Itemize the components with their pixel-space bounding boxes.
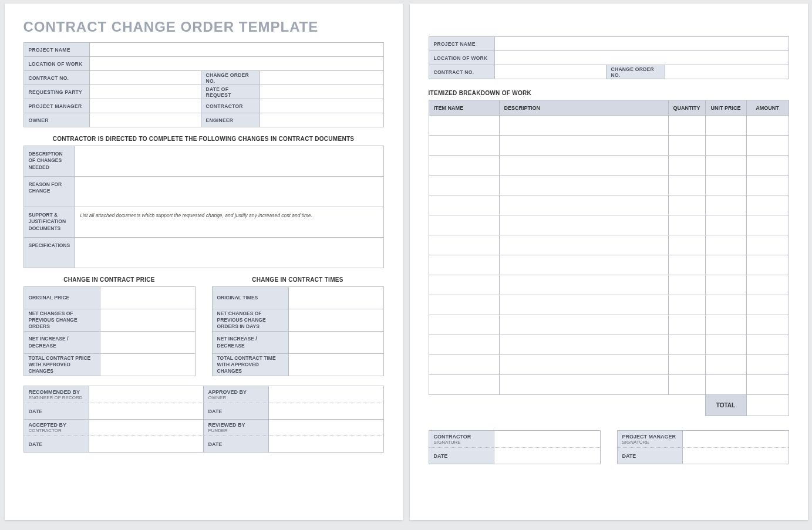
net-increase-time-field[interactable] [288, 332, 383, 354]
item-cell[interactable] [705, 295, 746, 315]
location-of-work-field[interactable] [89, 57, 383, 71]
item-cell[interactable] [499, 375, 668, 395]
item-cell[interactable] [746, 315, 789, 335]
item-cell[interactable] [499, 295, 668, 315]
item-cell[interactable] [746, 375, 789, 395]
item-cell[interactable] [499, 116, 668, 136]
item-cell[interactable] [746, 335, 789, 355]
recommended-by-date-field[interactable] [89, 403, 203, 419]
specifications-field[interactable] [75, 238, 383, 268]
item-cell[interactable] [499, 215, 668, 235]
item-cell[interactable] [746, 235, 789, 255]
item-cell[interactable] [746, 116, 789, 136]
location-of-work-field[interactable] [494, 51, 789, 65]
item-cell[interactable] [499, 136, 668, 156]
item-cell[interactable] [705, 315, 746, 335]
change-order-no-field[interactable] [260, 71, 383, 85]
project-name-field[interactable] [494, 37, 789, 51]
item-cell[interactable] [705, 255, 746, 275]
item-cell[interactable] [499, 235, 668, 255]
contract-no-field[interactable] [494, 65, 606, 79]
contractor-date-field[interactable] [494, 447, 600, 464]
reviewed-by-field[interactable] [268, 419, 383, 436]
net-increase-price-field[interactable] [100, 332, 195, 354]
reviewed-by-date-field[interactable] [268, 436, 383, 452]
item-cell[interactable] [705, 275, 746, 295]
engineer-field[interactable] [260, 113, 383, 127]
approved-by-date-field[interactable] [268, 403, 383, 419]
item-cell[interactable] [668, 136, 705, 156]
item-cell[interactable] [668, 335, 705, 355]
item-cell[interactable] [668, 195, 705, 215]
contractor-signature-field[interactable] [494, 431, 600, 447]
item-cell[interactable] [746, 156, 789, 175]
item-cell[interactable] [705, 355, 746, 375]
reason-for-change-field[interactable] [75, 177, 383, 207]
item-cell[interactable] [429, 175, 499, 195]
support-docs-field[interactable]: List all attached documents which suppor… [75, 207, 383, 238]
item-cell[interactable] [499, 335, 668, 355]
pm-signature-field[interactable] [682, 431, 789, 447]
contractor-field[interactable] [260, 99, 383, 113]
item-cell[interactable] [668, 116, 705, 136]
date-of-request-field[interactable] [260, 85, 383, 99]
requesting-party-field[interactable] [89, 85, 201, 99]
contract-no-field[interactable] [89, 71, 201, 85]
item-cell[interactable] [705, 156, 746, 175]
item-cell[interactable] [499, 275, 668, 295]
item-cell[interactable] [705, 335, 746, 355]
item-cell[interactable] [705, 175, 746, 195]
original-times-field[interactable] [288, 287, 383, 309]
recommended-by-field[interactable] [89, 386, 203, 403]
accepted-by-field[interactable] [89, 419, 203, 436]
item-cell[interactable] [499, 195, 668, 215]
item-cell[interactable] [746, 295, 789, 315]
item-cell[interactable] [499, 156, 668, 175]
item-cell[interactable] [746, 355, 789, 375]
item-cell[interactable] [668, 375, 705, 395]
item-cell[interactable] [668, 355, 705, 375]
total-time-field[interactable] [288, 354, 383, 376]
item-cell[interactable] [668, 315, 705, 335]
item-cell[interactable] [705, 235, 746, 255]
item-cell[interactable] [429, 195, 499, 215]
item-cell[interactable] [429, 235, 499, 255]
item-cell[interactable] [499, 255, 668, 275]
item-cell[interactable] [429, 355, 499, 375]
item-cell[interactable] [499, 355, 668, 375]
item-cell[interactable] [746, 215, 789, 235]
item-cell[interactable] [668, 215, 705, 235]
item-cell[interactable] [668, 175, 705, 195]
item-cell[interactable] [429, 255, 499, 275]
item-cell[interactable] [668, 235, 705, 255]
item-cell[interactable] [746, 175, 789, 195]
item-cell[interactable] [705, 215, 746, 235]
total-amount-field[interactable] [746, 395, 789, 416]
item-cell[interactable] [429, 215, 499, 235]
item-cell[interactable] [705, 136, 746, 156]
total-price-field[interactable] [100, 354, 195, 376]
item-cell[interactable] [429, 335, 499, 355]
pm-date-field[interactable] [682, 447, 789, 464]
item-cell[interactable] [746, 275, 789, 295]
item-cell[interactable] [429, 295, 499, 315]
item-cell[interactable] [499, 175, 668, 195]
item-cell[interactable] [668, 255, 705, 275]
description-of-changes-field[interactable] [75, 146, 383, 177]
item-cell[interactable] [746, 136, 789, 156]
item-cell[interactable] [705, 375, 746, 395]
owner-field[interactable] [89, 113, 201, 127]
original-price-field[interactable] [100, 287, 195, 309]
item-cell[interactable] [429, 315, 499, 335]
item-cell[interactable] [705, 116, 746, 136]
item-cell[interactable] [668, 156, 705, 175]
item-cell[interactable] [668, 275, 705, 295]
accepted-by-date-field[interactable] [89, 436, 203, 452]
item-cell[interactable] [668, 295, 705, 315]
item-cell[interactable] [429, 156, 499, 175]
item-cell[interactable] [499, 315, 668, 335]
item-cell[interactable] [429, 136, 499, 156]
project-name-field[interactable] [89, 43, 383, 57]
item-cell[interactable] [705, 195, 746, 215]
approved-by-field[interactable] [268, 386, 383, 403]
